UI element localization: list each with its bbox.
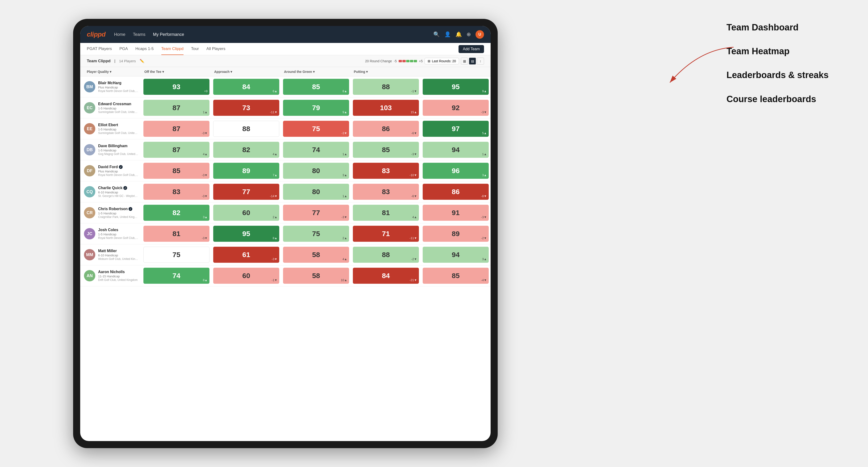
score-cell-1-2[interactable]: 799▲ [281, 97, 351, 118]
score-value: 89 [452, 230, 460, 238]
col-approach[interactable]: Approach ▾ [211, 70, 281, 73]
score-box: 846▲ [213, 79, 279, 95]
score-cell-5-3[interactable]: 83-6▼ [351, 181, 421, 202]
score-cell-3-3[interactable]: 85-3▼ [351, 139, 421, 160]
add-team-button[interactable]: Add Team [459, 45, 484, 53]
view-icons: ▦ ▤ ↕ [461, 58, 484, 65]
score-cell-8-0[interactable]: 75 [142, 244, 211, 265]
search-icon[interactable]: 🔍 [433, 31, 440, 37]
score-cell-6-3[interactable]: 814▲ [351, 203, 421, 223]
tab-pga[interactable]: PGA [119, 43, 128, 55]
edit-icon[interactable]: ✏️ [140, 59, 144, 63]
score-cell-1-1[interactable]: 73-11▼ [211, 97, 281, 118]
score-cell-2-2[interactable]: 75-3▼ [281, 118, 351, 139]
score-cell-7-3[interactable]: 71-11▼ [351, 223, 421, 244]
nav-link-myperformance[interactable]: My Performance [153, 31, 184, 38]
bell-icon[interactable]: 🔔 [456, 31, 462, 37]
score-cell-0-2[interactable]: 858▲ [281, 76, 351, 97]
list-view-button[interactable]: ↕ [477, 58, 484, 65]
score-cell-2-3[interactable]: 86-6▼ [351, 118, 421, 139]
score-value: 82 [242, 146, 250, 154]
score-cell-7-2[interactable]: 752▲ [281, 223, 351, 244]
user-icon[interactable]: 👤 [444, 31, 451, 37]
score-value: 97 [452, 125, 460, 133]
score-cell-8-4[interactable]: 943▲ [421, 244, 491, 265]
tab-team-clippd[interactable]: Team Clippd [161, 43, 184, 55]
score-cell-6-4[interactable]: 91-3▼ [421, 203, 491, 223]
tab-tour[interactable]: Tour [191, 43, 199, 55]
score-cell-0-0[interactable]: 93+9 [142, 76, 211, 97]
player-name: Elliot Ebert [98, 123, 139, 127]
score-value: 79 [312, 104, 320, 112]
player-info-0[interactable]: BMBlair McHargPlus HandicapRoyal North D… [80, 79, 142, 95]
tab-pgat-players[interactable]: PGAT Players [87, 43, 112, 55]
player-info-7[interactable]: JCJosh Coles1-5 HandicapRoyal North Devo… [80, 225, 142, 242]
score-cell-5-1[interactable]: 77-14▼ [211, 181, 281, 202]
score-cell-3-2[interactable]: 741▲ [281, 139, 351, 160]
score-cell-9-2[interactable]: 5810▲ [281, 266, 351, 286]
score-cell-3-4[interactable]: 941▲ [421, 139, 491, 160]
player-info-3[interactable]: DBDave Billingham1-5 HandicapGog Magog G… [80, 142, 142, 158]
player-handicap: 1-5 Handicap [98, 106, 139, 110]
round-change: 20 Round Change -5 +5 ⊞ Last Rounds: 20 … [365, 58, 484, 65]
player-info-9[interactable]: ANAaron Nicholls11-15 HandicapDrift Golf… [80, 268, 142, 284]
player-info-5[interactable]: CQCharlie Quick✓6-10 HandicapSt. George'… [80, 184, 142, 200]
score-cell-0-3[interactable]: 88-1▼ [351, 76, 421, 97]
player-info-1[interactable]: ECEdward Crossman1-5 HandicapSunningdale… [80, 99, 142, 116]
tablet-frame: clippd Home Teams My Performance 🔍 👤 🔔 ⊕… [73, 19, 498, 448]
score-cell-9-1[interactable]: 60-1▼ [211, 266, 281, 286]
tab-hcaps[interactable]: Hcaps 1-5 [135, 43, 154, 55]
score-cell-8-1[interactable]: 61-3▼ [211, 244, 281, 265]
col-putting[interactable]: Putting ▾ [351, 70, 421, 73]
avatar: CR [84, 207, 95, 218]
score-cell-7-4[interactable]: 89-2▼ [421, 223, 491, 244]
player-handicap: Plus Handicap [98, 86, 139, 89]
nav-link-home[interactable]: Home [114, 31, 125, 38]
score-cell-4-4[interactable]: 963▲ [421, 160, 491, 181]
player-info-4[interactable]: DFDavid Ford✓Plus HandicapRoyal North De… [80, 162, 142, 179]
score-cell-9-4[interactable]: 85-4▼ [421, 266, 491, 286]
score-cell-3-0[interactable]: 874▲ [142, 139, 211, 160]
score-cell-8-3[interactable]: 88-2▼ [351, 244, 421, 265]
avatar[interactable]: U [475, 30, 484, 39]
verified-badge: ✓ [129, 207, 132, 211]
heatmap-view-button[interactable]: ▤ [469, 58, 476, 65]
score-cell-5-4[interactable]: 86-8▼ [421, 181, 491, 202]
last-rounds-button[interactable]: ⊞ Last Rounds: 20 [425, 58, 459, 64]
tab-all-players[interactable]: All Players [206, 43, 225, 55]
score-cell-3-1[interactable]: 824▲ [211, 139, 281, 160]
score-cell-6-1[interactable]: 602▲ [211, 203, 281, 223]
score-cell-4-1[interactable]: 897▲ [211, 160, 281, 181]
score-cell-4-0[interactable]: 85-3▼ [142, 160, 211, 181]
score-cell-5-2[interactable]: 801▲ [281, 181, 351, 202]
score-cell-2-1[interactable]: 88 [211, 118, 281, 139]
score-cell-7-0[interactable]: 81-3▼ [142, 223, 211, 244]
score-cell-8-2[interactable]: 584▲ [281, 244, 351, 265]
score-cell-0-4[interactable]: 959▲ [421, 76, 491, 97]
score-cell-4-3[interactable]: 83-10▼ [351, 160, 421, 181]
settings-icon[interactable]: ⊕ [467, 31, 471, 37]
score-box: 858▲ [283, 79, 349, 95]
score-cell-9-0[interactable]: 748▲ [142, 266, 211, 286]
score-cell-9-3[interactable]: 84-21▼ [351, 266, 421, 286]
score-cell-5-0[interactable]: 83-3▼ [142, 181, 211, 202]
player-info-6[interactable]: CRChris Robertson✓1-5 HandicapCraigmilla… [80, 205, 142, 221]
score-cell-1-0[interactable]: 871▲ [142, 97, 211, 118]
score-cell-0-1[interactable]: 846▲ [211, 76, 281, 97]
score-box: 86-8▼ [423, 184, 489, 200]
score-delta: 8▲ [273, 236, 277, 240]
score-cell-1-4[interactable]: 92-3▼ [421, 97, 491, 118]
player-info-8[interactable]: MMMatt Miller6-10 HandicapWoburn Golf Cl… [80, 247, 142, 263]
score-cell-2-0[interactable]: 87-3▼ [142, 118, 211, 139]
col-around-green[interactable]: Around the Green ▾ [281, 70, 351, 73]
grid-view-button[interactable]: ▦ [461, 58, 468, 65]
score-cell-7-1[interactable]: 958▲ [211, 223, 281, 244]
player-info-2[interactable]: EEElliot Ebert1-5 HandicapSunningdale Go… [80, 121, 142, 137]
nav-link-teams[interactable]: Teams [133, 31, 145, 38]
col-off-tee[interactable]: Off the Tee ▾ [142, 70, 211, 73]
score-cell-1-3[interactable]: 10315▲ [351, 97, 421, 118]
score-cell-2-4[interactable]: 975▲ [421, 118, 491, 139]
score-cell-4-2[interactable]: 803▲ [281, 160, 351, 181]
score-cell-6-0[interactable]: 823▲ [142, 203, 211, 223]
score-cell-6-2[interactable]: 77-3▼ [281, 203, 351, 223]
